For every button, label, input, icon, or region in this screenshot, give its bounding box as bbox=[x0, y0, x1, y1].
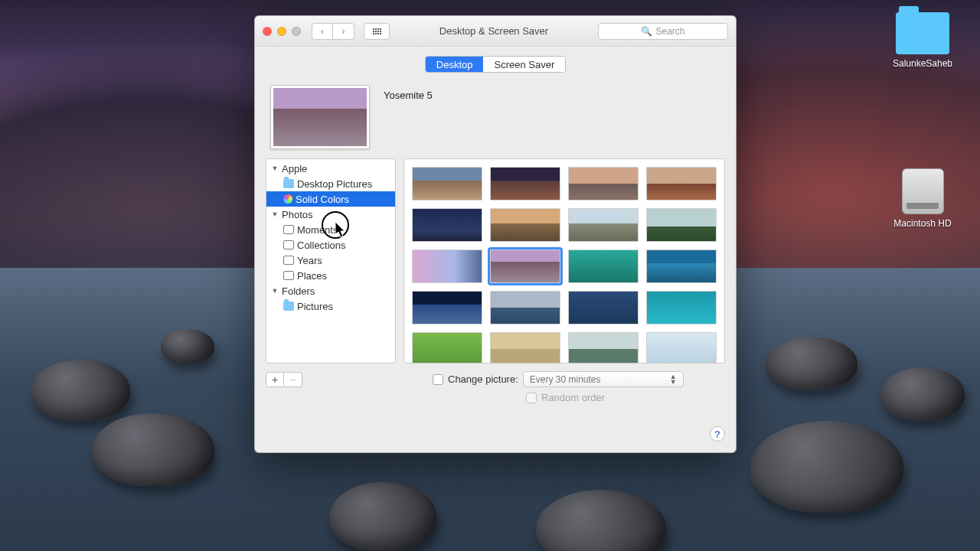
forward-button[interactable]: › bbox=[333, 23, 354, 40]
folder-icon bbox=[283, 302, 294, 311]
add-folder-button[interactable]: + bbox=[266, 372, 284, 387]
desktop-icon-folder[interactable]: SalunkeSaheb bbox=[888, 12, 957, 69]
tab-desktop[interactable]: Desktop bbox=[426, 57, 484, 72]
random-order-label: Random order bbox=[541, 392, 605, 403]
show-all-button[interactable] bbox=[364, 23, 390, 40]
sidebar-item-moments[interactable]: Moments bbox=[266, 222, 395, 237]
wallpaper-preview bbox=[270, 85, 370, 149]
wallpaper-thumbnail[interactable] bbox=[646, 332, 717, 364]
wallpaper-rock bbox=[329, 482, 436, 551]
window-controls bbox=[263, 27, 301, 36]
wallpaper-rock bbox=[161, 329, 214, 364]
library-icon bbox=[283, 271, 294, 280]
sidebar-group-folders[interactable]: ▼Folders bbox=[266, 283, 395, 298]
grid-icon bbox=[373, 28, 381, 34]
folder-icon bbox=[896, 12, 949, 54]
harddrive-icon bbox=[902, 168, 944, 214]
folder-icon bbox=[283, 179, 294, 188]
selected-wallpaper-name: Yosemite 5 bbox=[384, 90, 433, 101]
source-sidebar: ▼Apple Desktop Pictures Solid Colors ▼Ph… bbox=[266, 158, 396, 364]
wallpaper-thumbnail[interactable] bbox=[412, 291, 482, 324]
wallpaper-thumbnail[interactable] bbox=[568, 167, 639, 201]
wallpaper-thumbnail[interactable] bbox=[490, 291, 560, 324]
tab-segmented-control: Desktop Screen Saver bbox=[425, 56, 566, 73]
wallpaper-grid[interactable] bbox=[403, 158, 725, 364]
library-icon bbox=[283, 225, 294, 234]
desktop-icon-disk[interactable]: Macintosh HD bbox=[888, 168, 957, 229]
wallpaper-rock bbox=[750, 421, 903, 513]
sidebar-group-apple[interactable]: ▼Apple bbox=[266, 161, 395, 176]
search-placeholder: Search bbox=[655, 26, 684, 37]
random-order-checkbox bbox=[526, 393, 537, 403]
wallpaper-thumbnail[interactable] bbox=[646, 291, 717, 324]
sidebar-item-years[interactable]: Years bbox=[266, 253, 395, 268]
wallpaper-thumbnail[interactable] bbox=[412, 167, 482, 201]
close-button[interactable] bbox=[263, 27, 272, 36]
minimize-button[interactable] bbox=[277, 27, 286, 36]
preferences-window: ‹ › Desktop & Screen Saver 🔍 Search Desk… bbox=[254, 15, 737, 453]
disclosure-icon: ▼ bbox=[271, 210, 279, 218]
search-icon: 🔍 bbox=[641, 26, 652, 37]
change-interval-popup[interactable]: Every 30 minutes ▲▼ bbox=[523, 371, 684, 387]
sidebar-item-collections[interactable]: Collections bbox=[266, 237, 395, 253]
wallpaper-thumbnail[interactable] bbox=[412, 208, 482, 242]
add-remove-buttons: + − bbox=[266, 372, 302, 387]
sidebar-item-solid-colors[interactable]: Solid Colors bbox=[266, 191, 395, 207]
wallpaper-preview-image bbox=[273, 88, 367, 146]
zoom-button[interactable] bbox=[292, 27, 301, 36]
disclosure-icon: ▼ bbox=[271, 165, 279, 172]
desktop-icon-label: Macintosh HD bbox=[888, 218, 957, 229]
color-wheel-icon bbox=[283, 194, 292, 204]
wallpaper-thumbnail[interactable] bbox=[568, 332, 639, 364]
wallpaper-thumbnail[interactable] bbox=[646, 167, 717, 201]
wallpaper-thumbnail[interactable] bbox=[412, 249, 482, 283]
nav-buttons: ‹ › bbox=[312, 23, 354, 40]
remove-folder-button[interactable]: − bbox=[284, 372, 302, 387]
popup-arrows-icon: ▲▼ bbox=[670, 374, 677, 385]
back-button[interactable]: ‹ bbox=[312, 23, 333, 40]
help-button[interactable]: ? bbox=[710, 426, 725, 442]
wallpaper-rock bbox=[766, 337, 858, 390]
wallpaper-thumbnail[interactable] bbox=[412, 332, 482, 364]
sidebar-item-desktop-pictures[interactable]: Desktop Pictures bbox=[266, 176, 395, 191]
disclosure-icon: ▼ bbox=[271, 287, 279, 295]
wallpaper-thumbnail[interactable] bbox=[490, 249, 560, 283]
wallpaper-thumbnail[interactable] bbox=[646, 249, 717, 283]
wallpaper-thumbnail[interactable] bbox=[646, 208, 717, 242]
change-picture-checkbox[interactable] bbox=[433, 374, 443, 385]
search-field[interactable]: 🔍 Search bbox=[598, 23, 728, 40]
window-titlebar[interactable]: ‹ › Desktop & Screen Saver 🔍 Search bbox=[255, 16, 736, 47]
library-icon bbox=[283, 256, 294, 265]
library-icon bbox=[283, 240, 294, 249]
window-title: Desktop & Screen Saver bbox=[396, 25, 592, 37]
wallpaper-rock bbox=[880, 367, 965, 421]
sidebar-item-places[interactable]: Places bbox=[266, 268, 395, 283]
wallpaper-thumbnail[interactable] bbox=[568, 291, 639, 324]
wallpaper-thumbnail[interactable] bbox=[490, 167, 560, 201]
sidebar-group-photos[interactable]: ▼Photos bbox=[266, 207, 395, 222]
wallpaper-thumbnail[interactable] bbox=[490, 208, 560, 242]
wallpaper-thumbnail[interactable] bbox=[490, 332, 560, 364]
wallpaper-rock bbox=[31, 360, 130, 421]
wallpaper-thumbnail[interactable] bbox=[568, 249, 639, 283]
sidebar-item-pictures[interactable]: Pictures bbox=[266, 298, 395, 314]
desktop-icon-label: SalunkeSaheb bbox=[888, 58, 957, 69]
wallpaper-rock bbox=[92, 413, 214, 486]
change-picture-label: Change picture: bbox=[448, 373, 518, 385]
tab-screensaver[interactable]: Screen Saver bbox=[483, 57, 565, 72]
wallpaper-thumbnail[interactable] bbox=[568, 208, 639, 242]
